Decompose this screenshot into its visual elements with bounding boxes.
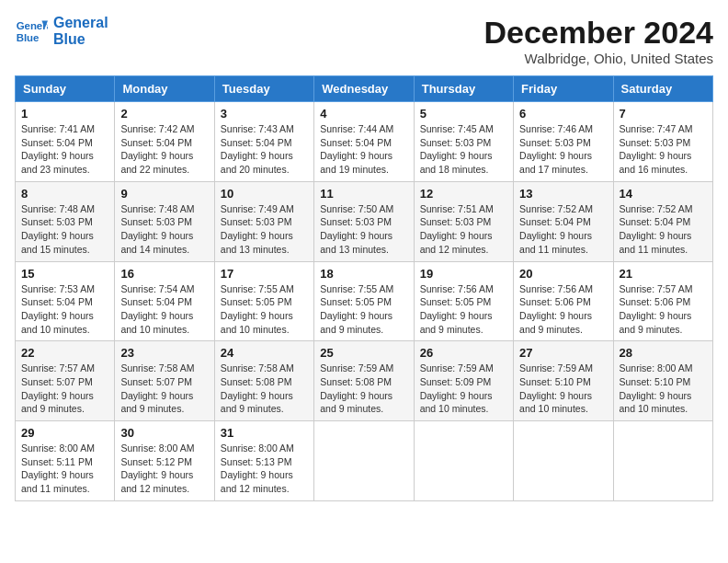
day-number: 6 [519, 107, 607, 121]
day-number: 7 [620, 107, 707, 121]
day-number: 11 [320, 187, 407, 201]
day-number: 31 [221, 426, 308, 440]
day-info: Sunrise: 7:48 AM Sunset: 5:03 PM Dayligh… [120, 202, 208, 257]
weekday-header-tuesday: Tuesday [214, 76, 313, 102]
title-section: December 2024 Walbridge, Ohio, United St… [483, 15, 713, 66]
calendar-cell: 17Sunrise: 7:55 AM Sunset: 5:05 PM Dayli… [214, 261, 313, 341]
day-number: 1 [21, 107, 108, 121]
day-info: Sunrise: 7:42 AM Sunset: 5:04 PM Dayligh… [120, 122, 208, 177]
day-info: Sunrise: 7:45 AM Sunset: 5:03 PM Dayligh… [420, 122, 507, 177]
calendar-week-row: 29Sunrise: 8:00 AM Sunset: 5:11 PM Dayli… [16, 421, 713, 501]
svg-text:Blue: Blue [17, 32, 40, 43]
calendar-cell: 27Sunrise: 7:59 AM Sunset: 5:10 PM Dayli… [514, 341, 613, 421]
logo-icon: General Blue [15, 15, 48, 48]
day-number: 3 [221, 107, 308, 121]
day-number: 14 [620, 187, 707, 201]
day-number: 18 [320, 267, 407, 281]
calendar-cell: 18Sunrise: 7:55 AM Sunset: 5:05 PM Dayli… [314, 261, 414, 341]
day-number: 27 [519, 346, 607, 360]
calendar-week-row: 15Sunrise: 7:53 AM Sunset: 5:04 PM Dayli… [16, 261, 713, 341]
calendar-cell: 11Sunrise: 7:50 AM Sunset: 5:03 PM Dayli… [314, 181, 414, 261]
calendar-cell: 28Sunrise: 8:00 AM Sunset: 5:10 PM Dayli… [613, 341, 712, 421]
month-title: December 2024 [483, 15, 713, 51]
calendar-cell: 10Sunrise: 7:49 AM Sunset: 5:03 PM Dayli… [214, 181, 313, 261]
calendar-week-row: 22Sunrise: 7:57 AM Sunset: 5:07 PM Dayli… [16, 341, 713, 421]
calendar-cell: 24Sunrise: 7:58 AM Sunset: 5:08 PM Dayli… [214, 341, 313, 421]
day-info: Sunrise: 7:49 AM Sunset: 5:03 PM Dayligh… [221, 202, 308, 257]
calendar-cell: 12Sunrise: 7:51 AM Sunset: 5:03 PM Dayli… [414, 181, 513, 261]
weekday-header-friday: Friday [514, 76, 613, 102]
calendar-cell [414, 421, 513, 501]
location: Walbridge, Ohio, United States [483, 51, 713, 66]
day-info: Sunrise: 7:53 AM Sunset: 5:04 PM Dayligh… [21, 282, 108, 337]
page-header: General Blue General Blue December 2024 … [15, 15, 713, 66]
day-info: Sunrise: 7:55 AM Sunset: 5:05 PM Dayligh… [320, 282, 407, 337]
day-info: Sunrise: 7:56 AM Sunset: 5:06 PM Dayligh… [519, 282, 607, 337]
day-info: Sunrise: 7:43 AM Sunset: 5:04 PM Dayligh… [221, 122, 308, 177]
weekday-header-sunday: Sunday [16, 76, 115, 102]
day-number: 21 [620, 267, 707, 281]
calendar-week-row: 8Sunrise: 7:48 AM Sunset: 5:03 PM Daylig… [16, 181, 713, 261]
day-info: Sunrise: 7:48 AM Sunset: 5:03 PM Dayligh… [21, 202, 108, 257]
calendar-cell: 6Sunrise: 7:46 AM Sunset: 5:03 PM Daylig… [514, 102, 613, 182]
weekday-header-row: SundayMondayTuesdayWednesdayThursdayFrid… [16, 76, 713, 102]
day-info: Sunrise: 7:50 AM Sunset: 5:03 PM Dayligh… [320, 202, 407, 257]
calendar-cell: 26Sunrise: 7:59 AM Sunset: 5:09 PM Dayli… [414, 341, 513, 421]
calendar-cell: 9Sunrise: 7:48 AM Sunset: 5:03 PM Daylig… [115, 181, 214, 261]
calendar-week-row: 1Sunrise: 7:41 AM Sunset: 5:04 PM Daylig… [16, 102, 713, 182]
day-info: Sunrise: 8:00 AM Sunset: 5:12 PM Dayligh… [120, 442, 208, 496]
calendar-cell: 1Sunrise: 7:41 AM Sunset: 5:04 PM Daylig… [16, 102, 115, 182]
weekday-header-saturday: Saturday [613, 76, 712, 102]
day-info: Sunrise: 7:44 AM Sunset: 5:04 PM Dayligh… [320, 122, 407, 177]
day-number: 29 [21, 426, 108, 440]
day-number: 23 [120, 346, 208, 360]
calendar-cell: 21Sunrise: 7:57 AM Sunset: 5:06 PM Dayli… [613, 261, 712, 341]
day-number: 2 [120, 107, 208, 121]
calendar-cell [314, 421, 414, 501]
day-info: Sunrise: 7:58 AM Sunset: 5:08 PM Dayligh… [221, 362, 308, 416]
day-number: 9 [120, 187, 208, 201]
calendar-cell: 19Sunrise: 7:56 AM Sunset: 5:05 PM Dayli… [414, 261, 513, 341]
day-info: Sunrise: 7:59 AM Sunset: 5:10 PM Dayligh… [519, 362, 607, 416]
calendar-cell: 31Sunrise: 8:00 AM Sunset: 5:13 PM Dayli… [214, 421, 313, 501]
day-number: 22 [21, 346, 108, 360]
day-number: 19 [420, 267, 507, 281]
calendar-cell: 2Sunrise: 7:42 AM Sunset: 5:04 PM Daylig… [115, 102, 214, 182]
calendar-cell: 5Sunrise: 7:45 AM Sunset: 5:03 PM Daylig… [414, 102, 513, 182]
day-number: 4 [320, 107, 407, 121]
calendar-cell [613, 421, 712, 501]
day-info: Sunrise: 7:57 AM Sunset: 5:06 PM Dayligh… [620, 282, 707, 337]
day-info: Sunrise: 7:57 AM Sunset: 5:07 PM Dayligh… [21, 362, 108, 416]
day-info: Sunrise: 7:58 AM Sunset: 5:07 PM Dayligh… [120, 362, 208, 416]
day-number: 10 [221, 187, 308, 201]
day-number: 15 [21, 267, 108, 281]
calendar-cell: 13Sunrise: 7:52 AM Sunset: 5:04 PM Dayli… [514, 181, 613, 261]
day-number: 12 [420, 187, 507, 201]
logo-blue: Blue [53, 31, 108, 48]
weekday-header-monday: Monday [115, 76, 214, 102]
weekday-header-wednesday: Wednesday [314, 76, 414, 102]
logo: General Blue General Blue [15, 15, 108, 48]
calendar-cell: 15Sunrise: 7:53 AM Sunset: 5:04 PM Dayli… [16, 261, 115, 341]
logo-general: General [53, 15, 108, 31]
day-number: 28 [620, 346, 707, 360]
day-number: 30 [120, 426, 208, 440]
day-info: Sunrise: 7:41 AM Sunset: 5:04 PM Dayligh… [21, 122, 108, 177]
calendar-cell: 20Sunrise: 7:56 AM Sunset: 5:06 PM Dayli… [514, 261, 613, 341]
calendar-cell: 25Sunrise: 7:59 AM Sunset: 5:08 PM Dayli… [314, 341, 414, 421]
day-info: Sunrise: 7:59 AM Sunset: 5:08 PM Dayligh… [320, 362, 407, 416]
calendar-cell: 23Sunrise: 7:58 AM Sunset: 5:07 PM Dayli… [115, 341, 214, 421]
day-info: Sunrise: 7:51 AM Sunset: 5:03 PM Dayligh… [420, 202, 507, 257]
day-number: 24 [221, 346, 308, 360]
day-number: 17 [221, 267, 308, 281]
calendar-cell: 29Sunrise: 8:00 AM Sunset: 5:11 PM Dayli… [16, 421, 115, 501]
calendar-header: SundayMondayTuesdayWednesdayThursdayFrid… [16, 76, 713, 102]
day-info: Sunrise: 7:55 AM Sunset: 5:05 PM Dayligh… [221, 282, 308, 337]
day-info: Sunrise: 8:00 AM Sunset: 5:11 PM Dayligh… [21, 442, 108, 496]
day-number: 16 [120, 267, 208, 281]
calendar-table: SundayMondayTuesdayWednesdayThursdayFrid… [15, 75, 713, 501]
calendar-cell: 4Sunrise: 7:44 AM Sunset: 5:04 PM Daylig… [314, 102, 414, 182]
day-info: Sunrise: 7:59 AM Sunset: 5:09 PM Dayligh… [420, 362, 507, 416]
calendar-body: 1Sunrise: 7:41 AM Sunset: 5:04 PM Daylig… [16, 102, 713, 501]
day-number: 25 [320, 346, 407, 360]
